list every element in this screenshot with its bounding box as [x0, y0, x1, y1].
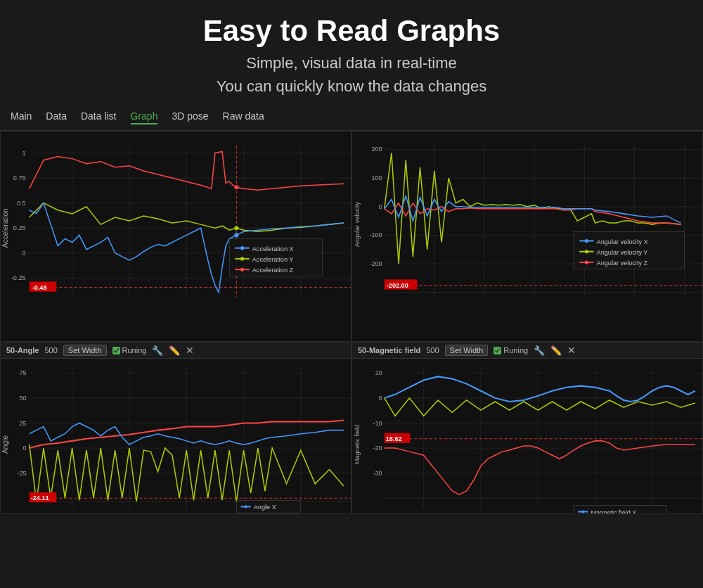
angular-velocity-chart: 200 100 0 -100 -200 100 150 200 300 350 …	[352, 131, 703, 342]
magnetic-field-chart-container: 50-Magnetic field 500 Set Width Runing 🔧…	[352, 342, 703, 514]
magnetic-svg: 10 0 -10 -20 -30 18.62 Mag	[352, 359, 702, 513]
svg-text:-202.00: -202.00	[387, 282, 408, 289]
svg-point-26	[234, 233, 238, 237]
svg-text:0.5: 0.5	[17, 200, 26, 207]
magnetic-set-width-btn[interactable]: Set Width	[445, 345, 489, 356]
svg-text:-30: -30	[373, 470, 382, 477]
nav-data[interactable]: Data	[46, 110, 67, 124]
magnetic-chart-icon2[interactable]: ✏️	[550, 345, 562, 356]
angle-running-checkbox[interactable]	[112, 347, 120, 354]
svg-point-38	[240, 257, 244, 260]
acceleration-svg: 1 0.75 0.5 0.25 0 -0.25 -0.5 200 250 300…	[1, 132, 351, 297]
angle-chart-container: 50-Angle 500 Set Width Runing 🔧 ✏️ ✕	[0, 342, 352, 514]
svg-text:Magnetic field X: Magnetic field X	[591, 509, 636, 513]
magnetic-running-control: Runing	[494, 346, 528, 354]
acceleration-chart-area: 1 0.75 0.5 0.25 0 -0.25 -0.5 200 250 300…	[1, 132, 351, 297]
svg-point-128	[581, 510, 584, 513]
nav-bar: Main Data Data list Graph 3D pose Raw da…	[0, 105, 703, 131]
svg-text:1: 1	[22, 150, 25, 157]
nav-3d-pose[interactable]: 3D pose	[172, 110, 208, 124]
svg-point-28	[234, 185, 238, 189]
magnetic-chart-title: 50-Magnetic field	[358, 346, 420, 354]
svg-point-41	[240, 268, 244, 271]
angular-velocity-chart-area: 200 100 0 -100 -200 100 150 200 300 350 …	[352, 132, 702, 297]
svg-text:-0.5: -0.5	[15, 296, 26, 297]
svg-text:200: 200	[371, 146, 382, 153]
angle-chart-close[interactable]: ✕	[186, 345, 194, 356]
angle-chart-icon1[interactable]: 🔧	[152, 345, 163, 356]
nav-graph[interactable]: Graph	[131, 110, 158, 124]
svg-text:100: 100	[371, 174, 382, 181]
angle-svg: 75 50 25 0 -25 -24.11 Angl	[1, 359, 351, 513]
angle-set-width-btn[interactable]: Set Width	[63, 345, 107, 356]
svg-point-104	[245, 505, 247, 508]
svg-text:Angular velocity: Angular velocity	[354, 201, 361, 247]
svg-text:Angular velocity Z: Angular velocity Z	[597, 260, 648, 267]
svg-text:50: 50	[19, 395, 26, 402]
svg-text:Angle X: Angle X	[254, 504, 276, 511]
svg-text:75: 75	[19, 369, 26, 376]
top-charts-row: 1 0.75 0.5 0.25 0 -0.25 -0.5 200 250 300…	[0, 131, 703, 342]
svg-text:0.25: 0.25	[13, 224, 26, 231]
svg-text:25: 25	[19, 420, 26, 427]
magnetic-chart-close[interactable]: ✕	[567, 345, 576, 356]
bottom-charts-row: 50-Angle 500 Set Width Runing 🔧 ✏️ ✕	[0, 342, 703, 514]
angle-chart-title: 50-Angle	[6, 346, 39, 354]
svg-text:Acceleration: Acceleration	[1, 208, 9, 248]
magnetic-running-label: Runing	[503, 346, 528, 354]
angle-running-control: Runing	[112, 346, 147, 354]
svg-text:-25: -25	[17, 470, 26, 477]
svg-text:0: 0	[23, 445, 27, 452]
page-header: Easy to Read Graphs Simple, visual data …	[0, 0, 703, 105]
svg-text:Angular velocity X: Angular velocity X	[597, 238, 648, 245]
nav-data-list[interactable]: Data list	[81, 110, 117, 124]
svg-text:-20: -20	[373, 445, 382, 452]
svg-text:18.62: 18.62	[386, 435, 402, 442]
main-title: Easy to Read Graphs	[0, 14, 703, 48]
svg-text:-0.25: -0.25	[11, 274, 26, 281]
svg-point-27	[234, 226, 238, 230]
acceleration-chart: 1 0.75 0.5 0.25 0 -0.25 -0.5 200 250 300…	[0, 131, 352, 342]
nav-main[interactable]: Main	[11, 110, 32, 124]
svg-text:0: 0	[379, 395, 382, 402]
svg-text:0: 0	[22, 250, 25, 257]
svg-text:-10: -10	[373, 420, 382, 427]
svg-point-79	[585, 260, 588, 264]
magnetic-chart-area: 10 0 -10 -20 -30 18.62 Mag	[352, 359, 702, 513]
svg-text:Angle: Angle	[1, 435, 9, 454]
svg-point-35	[240, 246, 244, 250]
nav-raw-data[interactable]: Raw data	[223, 110, 264, 124]
angle-chart-toolbar: 50-Angle 500 Set Width Runing 🔧 ✏️ ✕	[1, 343, 351, 359]
svg-point-76	[585, 250, 588, 253]
svg-text:0.75: 0.75	[13, 174, 26, 181]
subtitle1: Simple, visual data in real-time	[0, 51, 703, 75]
svg-text:-24.11: -24.11	[31, 494, 49, 501]
angle-chart-icon2[interactable]: ✏️	[169, 345, 180, 356]
svg-point-73	[585, 239, 588, 243]
magnetic-chart-width-num: 500	[426, 346, 439, 354]
svg-text:0: 0	[379, 203, 382, 210]
angle-chart-width-num: 500	[44, 346, 57, 354]
angular-velocity-svg: 200 100 0 -100 -200 100 150 200 300 350 …	[352, 132, 702, 297]
svg-text:Angular velocity Y: Angular velocity Y	[597, 249, 648, 256]
subtitle2: You can quickly know the data changes	[0, 75, 703, 98]
svg-text:Magnetic field: Magnetic field	[354, 425, 361, 464]
svg-text:-200: -200	[369, 260, 382, 267]
angle-chart-area: 75 50 25 0 -25 -24.11 Angl	[1, 359, 351, 513]
svg-text:10: 10	[375, 369, 382, 376]
magnetic-running-checkbox[interactable]	[494, 347, 501, 354]
angle-running-label: Runing	[122, 346, 147, 354]
magnetic-chart-icon1[interactable]: 🔧	[534, 345, 545, 356]
svg-text:Acceleration X: Acceleration X	[252, 245, 294, 253]
svg-text:-100: -100	[369, 231, 382, 238]
svg-text:Acceleration Y: Acceleration Y	[252, 256, 294, 263]
magnetic-chart-toolbar: 50-Magnetic field 500 Set Width Runing 🔧…	[352, 343, 702, 359]
svg-text:Acceleration Z: Acceleration Z	[252, 267, 294, 274]
svg-text:-0.48: -0.48	[32, 284, 47, 291]
